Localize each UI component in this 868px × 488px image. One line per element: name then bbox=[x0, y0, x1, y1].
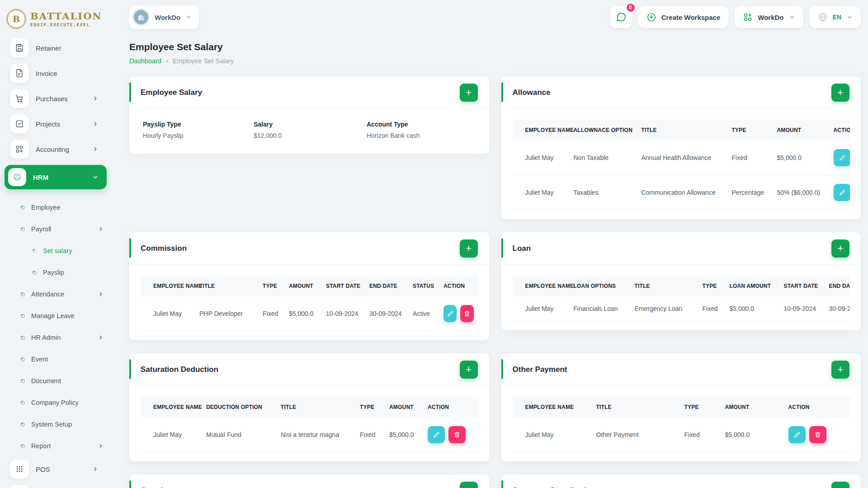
sidebar-item-document[interactable]: Document bbox=[0, 370, 112, 392]
add-loan-button[interactable]: + bbox=[831, 239, 849, 258]
bullet-icon bbox=[20, 443, 26, 449]
add-overtime-button[interactable]: + bbox=[460, 482, 478, 488]
sidebar-item-label: Invoice bbox=[36, 70, 57, 77]
sidebar-item-company-policy[interactable]: Company Policy bbox=[0, 392, 112, 413]
brand-tagline: EQUIP,EXECUTE,EXEL bbox=[30, 22, 102, 27]
table-row: Juliet MayTaxablesCommunication Allowanc… bbox=[513, 175, 850, 210]
trash-icon bbox=[463, 310, 471, 317]
sidebar-item-manage-leave[interactable]: Manage Leave bbox=[0, 305, 112, 327]
sidebar-item-invoice[interactable]: Invoice bbox=[5, 64, 107, 83]
column-header: AMOUNT bbox=[773, 120, 829, 141]
add-saturation-deduction-button[interactable]: + bbox=[460, 361, 478, 379]
sidebar-item-system-setup[interactable]: System Setup bbox=[0, 413, 112, 435]
sidebar-subitem-label: Employee bbox=[31, 204, 60, 211]
sidebar-item-projects[interactable]: Projects bbox=[5, 114, 107, 133]
sidebar-item-event[interactable]: Event bbox=[0, 348, 112, 370]
column-header: END DATE bbox=[825, 276, 850, 296]
add-company-contribution-button[interactable]: + bbox=[831, 482, 849, 488]
check-square-icon bbox=[10, 114, 29, 133]
edit-button[interactable] bbox=[788, 426, 806, 443]
card-title: Commission bbox=[141, 244, 187, 253]
edit-button[interactable] bbox=[834, 184, 850, 201]
column-header: EMPLOYEE NAME bbox=[513, 397, 592, 418]
plus-icon: + bbox=[466, 365, 472, 375]
table-cell: Emergency Loan bbox=[630, 296, 698, 321]
sidebar-item-label: Accounting bbox=[36, 145, 69, 153]
grid-plus-icon bbox=[10, 140, 29, 159]
add-commission-button[interactable]: + bbox=[460, 239, 478, 258]
card-title: Company Contribution bbox=[513, 486, 596, 488]
sidebar-item-purchases[interactable]: Purchases bbox=[5, 89, 107, 108]
sidebar-item-crm[interactable]: CRM bbox=[5, 485, 107, 488]
edit-button[interactable] bbox=[443, 305, 457, 322]
breadcrumb-dashboard-link[interactable]: Dashboard bbox=[129, 57, 161, 65]
delete-button[interactable] bbox=[448, 426, 466, 443]
column-header: ACTION bbox=[439, 276, 478, 296]
breadcrumb: Dashboard › Employee Set Salary bbox=[129, 57, 861, 65]
card-title: Overtime bbox=[141, 486, 174, 488]
plus-icon: + bbox=[838, 244, 844, 253]
add-other-payment-button[interactable]: + bbox=[831, 361, 849, 379]
sidebar-item-payslip[interactable]: Payslip bbox=[0, 262, 112, 283]
loan-card: Loan + EMPLOYEE NAMELOAN OPTIONSTITLETYP… bbox=[501, 232, 861, 330]
plus-icon: + bbox=[838, 365, 844, 375]
add-allowance-button[interactable]: + bbox=[831, 84, 849, 102]
table-cell: Juliet May bbox=[513, 141, 569, 175]
chevron-down-icon bbox=[789, 14, 795, 20]
bullet-icon bbox=[20, 378, 26, 384]
table-cell: $5,000.0 bbox=[385, 418, 423, 452]
messages-button[interactable]: 0 bbox=[610, 6, 632, 28]
action-cell bbox=[829, 175, 850, 210]
sidebar-item-hr-admin[interactable]: HR Admin bbox=[0, 327, 112, 348]
plus-icon: + bbox=[466, 486, 472, 488]
circle-plus-icon bbox=[646, 12, 656, 22]
sidebar-item-hrm[interactable]: HRM bbox=[5, 165, 107, 189]
pencil-icon bbox=[447, 310, 454, 317]
breadcrumb-separator-icon: › bbox=[166, 57, 168, 65]
column-header: TITLE bbox=[195, 276, 258, 296]
field-label: Salary bbox=[254, 121, 367, 128]
chevron-down-icon bbox=[185, 14, 192, 20]
sidebar-item-employee[interactable]: Employee bbox=[0, 197, 112, 218]
create-workspace-button[interactable]: Create Workspace bbox=[638, 6, 729, 28]
workspace-menu-button[interactable]: WorkDo bbox=[735, 6, 803, 28]
saturation-deduction-table: EMPLOYEE NAMEDEDUCTION OPTIONTITLETYPEAM… bbox=[141, 397, 478, 452]
chevron-right-icon bbox=[98, 291, 104, 297]
sidebar-item-pos[interactable]: POS bbox=[5, 460, 107, 479]
field-value: Hourly Payslip bbox=[143, 132, 254, 139]
column-header: LOAN AMOUNT bbox=[725, 276, 779, 296]
column-header: AMOUNT bbox=[385, 397, 423, 418]
sidebar-item-set-salary[interactable]: Set salary bbox=[0, 240, 112, 262]
table-row: Juliet MayNon TaxableAnnual Health Allow… bbox=[513, 141, 850, 175]
delete-button[interactable] bbox=[809, 426, 826, 443]
plus-icon: + bbox=[838, 486, 844, 488]
column-header: TITLE bbox=[637, 120, 727, 141]
crm-icon bbox=[10, 485, 29, 488]
field-value: Horizon Bank cash bbox=[367, 132, 478, 139]
pencil-icon bbox=[793, 431, 801, 438]
edit-button[interactable] bbox=[834, 149, 850, 166]
bullet-icon bbox=[20, 335, 26, 341]
edit-button[interactable] bbox=[428, 426, 445, 443]
allowance-table: EMPLOYEE NAMEALLOWNACE OPTIONTITLETYPEAM… bbox=[513, 120, 850, 210]
table-cell: $5,000.0 bbox=[725, 296, 779, 321]
sidebar-item-payroll[interactable]: Payroll bbox=[0, 218, 112, 240]
invoice-file-icon bbox=[10, 64, 29, 83]
table-cell: Communication Allowance bbox=[637, 175, 727, 210]
sidebar-subitem-label: Event bbox=[31, 356, 48, 363]
delete-button[interactable] bbox=[460, 305, 473, 322]
table-cell: Non Taxable bbox=[569, 141, 637, 175]
workspace-switcher[interactable]: WorkDo bbox=[129, 5, 199, 29]
overtime-card: Overtime + bbox=[129, 474, 489, 488]
sidebar-item-retainer[interactable]: Retainer bbox=[5, 38, 107, 57]
language-selector[interactable]: EN bbox=[810, 6, 861, 28]
chat-bubble-icon bbox=[616, 12, 627, 23]
table-cell: Fixed bbox=[355, 418, 385, 452]
sidebar-subitem-label: Company Policy bbox=[31, 399, 79, 406]
sidebar-item-attendance[interactable]: Attendance bbox=[0, 283, 112, 305]
add-employee-salary-button[interactable]: + bbox=[460, 84, 478, 102]
sidebar-item-accounting[interactable]: Accounting bbox=[5, 140, 107, 159]
table-cell: $5,000.0 bbox=[284, 296, 321, 331]
saturation-deduction-card: Saturation Deduction + EMPLOYEE NAMEDEDU… bbox=[129, 353, 489, 461]
sidebar-item-report[interactable]: Report bbox=[0, 435, 112, 457]
